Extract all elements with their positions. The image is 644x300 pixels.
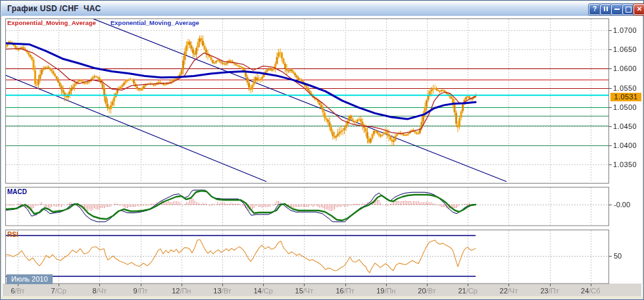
date-axis-label: 16/Пт	[335, 287, 354, 295]
price-axis-label: 1.0700	[613, 26, 637, 34]
macd-pane-label: MACD	[7, 188, 27, 195]
close-icon: ✕	[637, 5, 642, 12]
price-axis-label: 1.0600	[613, 64, 637, 72]
rsi-pane-label: RSI	[7, 231, 18, 238]
maximize-icon	[626, 7, 632, 14]
price-axis-label: 1.0650	[613, 45, 637, 53]
price-axis-label: 1.0350	[613, 161, 637, 168]
price-axis-label: 1.0550	[613, 84, 637, 92]
date-axis-label: 7/Ср	[51, 287, 66, 295]
price-axis-label: 1.0500	[613, 103, 637, 111]
date-axis-label: 14/Ср	[254, 287, 273, 295]
date-axis-label: 19/Пн	[376, 287, 395, 295]
trading-app-screenshot: { "window": { "title": "График USD /CHF …	[0, 0, 644, 300]
minimize-button[interactable]	[611, 4, 623, 15]
help-button[interactable]: ?	[589, 4, 601, 15]
date-axis-label: 8/Чт	[93, 287, 107, 295]
pause-button[interactable]	[600, 4, 612, 15]
date-axis-label: 20/Вт	[418, 287, 435, 295]
date-axis-label: 13/Вт	[213, 287, 231, 295]
date-axis-label: 12/Пн	[172, 287, 191, 295]
price-axis-label: 1.0450	[613, 122, 637, 130]
macd-axis-value: -0.00	[614, 201, 630, 209]
month-badge: Июль 2010	[7, 274, 53, 284]
current-price-badge: 1.0531	[610, 93, 641, 101]
date-axis-label: 24/Сб	[581, 287, 601, 295]
legend-ema-fast: Exponential_Moving_Average	[7, 19, 96, 26]
date-axis-label: 21/Ср	[458, 287, 478, 295]
close-button[interactable]: ✕	[633, 4, 644, 15]
price-axis-label: 1.0400	[613, 141, 637, 149]
date-axis-label: 9/Пт	[134, 287, 148, 295]
date-axis-label: 15/Чт	[295, 287, 314, 295]
window-title: График USD /CHF ЧАС	[7, 4, 101, 13]
price-chart-canvas	[2, 16, 642, 296]
help-icon: ?	[593, 5, 597, 12]
window-titlebar[interactable]: График USD /CHF ЧАС ? ✕	[1, 1, 643, 16]
maximize-button[interactable]	[622, 4, 634, 15]
pause-icon	[603, 5, 608, 12]
date-axis-label: 22/Чт	[500, 287, 518, 295]
rsi-axis-value: 50	[614, 252, 622, 260]
date-axis-label: 6/Вт	[11, 287, 24, 295]
date-axis-label: 23/Пт	[540, 287, 558, 295]
minimize-icon	[614, 5, 620, 12]
legend-ema-slow: Exponential_Moving_Average	[111, 19, 199, 26]
